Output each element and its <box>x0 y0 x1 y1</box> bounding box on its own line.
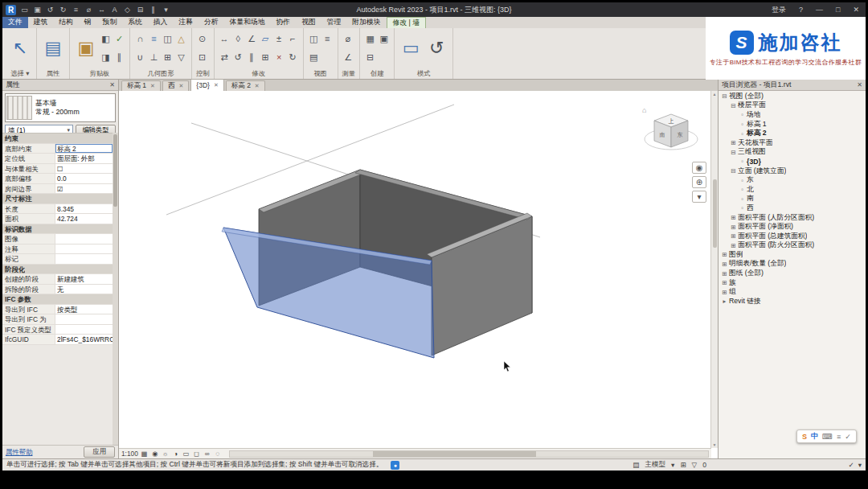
ribbon-group-label[interactable]: 几何图形 <box>134 68 187 79</box>
browser-item[interactable]: ▫ 北 <box>719 185 866 195</box>
browser-item[interactable]: ▫ 西 <box>719 203 866 213</box>
property-value[interactable] <box>55 244 113 254</box>
tree-expander-icon[interactable]: ▫ <box>739 158 746 165</box>
match-properties-icon[interactable]: ∥ <box>113 48 125 67</box>
ribbon-group-label[interactable]: 控制 <box>196 68 210 79</box>
measure-between-points-icon[interactable]: ⌀ <box>342 30 354 48</box>
design-option-dropdown[interactable]: ▾ <box>671 461 674 469</box>
ribbon-tab[interactable]: 分析 <box>199 17 224 28</box>
sun-path-icon[interactable]: ☼ <box>162 450 170 458</box>
ribbon-group-label[interactable]: 属性 <box>41 68 65 79</box>
property-value[interactable]: 8.345 <box>55 204 113 214</box>
browser-item[interactable]: ⊞ 面积平面 (人防分区面积) <box>719 213 866 223</box>
browser-item[interactable]: ⊟ 立面 (建筑立面) <box>719 166 866 176</box>
ribbon-tab[interactable]: 结构 <box>53 17 79 28</box>
browser-item[interactable]: ▫ {3D} <box>719 157 866 166</box>
visual-style-icon[interactable]: ◉ <box>151 450 159 458</box>
create-group-icon[interactable]: ▦ <box>364 30 376 48</box>
ime-logo-icon[interactable]: S <box>802 433 807 441</box>
browser-item[interactable]: ▫ 场地 <box>719 110 866 120</box>
property-value[interactable] <box>55 254 113 264</box>
cut-geometry-icon[interactable]: ∪ <box>134 48 146 67</box>
selection-filter-icon[interactable]: ▽ <box>692 461 698 469</box>
horizontal-scrollbar[interactable] <box>229 450 709 458</box>
sign-in-button[interactable]: 登录 <box>765 2 792 17</box>
tree-expander-icon[interactable]: ▫ <box>739 186 746 193</box>
scrollbar-thumb[interactable] <box>373 451 535 457</box>
view-tab[interactable]: 西 ✕ <box>162 80 189 91</box>
hide-in-view-icon[interactable]: ◫ <box>308 30 320 48</box>
reveal-hidden-icon[interactable]: ◌ <box>214 450 222 458</box>
browser-item[interactable]: ▫ 标高 2 <box>719 129 866 138</box>
viewcube[interactable]: 上 南 东 ⌂ <box>642 106 698 150</box>
close-button[interactable]: ✕ <box>846 2 866 17</box>
properties-scrollbar[interactable] <box>113 133 118 445</box>
properties-help-link[interactable]: 属性帮助 <box>6 448 33 457</box>
maximize-button[interactable]: □ <box>829 2 846 17</box>
paint-icon[interactable]: △ <box>175 30 187 48</box>
cope-icon[interactable]: ∩ <box>134 30 146 48</box>
qat-customize-icon[interactable]: ▾ <box>161 6 171 14</box>
browser-item[interactable]: ⊟ 楼层平面 <box>719 101 866 111</box>
vertical-scrollbar[interactable]: ▲ ▼ <box>710 91 718 448</box>
scale-control[interactable]: 1:100 <box>121 450 138 458</box>
tree-expander-icon[interactable]: ⊞ <box>730 139 737 146</box>
ime-menu-icon[interactable]: ≡ <box>837 433 841 441</box>
steering-wheel-icon[interactable]: ◉ <box>692 162 706 174</box>
status-more-icon[interactable]: ▾ <box>858 461 862 469</box>
tree-expander-icon[interactable]: ⊞ <box>721 270 728 277</box>
viewcube-right-label[interactable]: 东 <box>678 132 683 138</box>
open-icon[interactable]: ▭ <box>19 6 30 14</box>
print-icon[interactable]: ≡ <box>71 6 81 14</box>
shadows-icon[interactable]: ◑ <box>172 450 180 458</box>
close-icon[interactable]: ✕ <box>150 83 155 89</box>
mirror-icon[interactable]: ◊ <box>232 30 244 48</box>
delete-icon[interactable]: × <box>273 48 285 67</box>
ribbon-group-label[interactable]: 测量 <box>342 68 356 79</box>
tree-expander-icon[interactable]: ▫ <box>739 204 746 212</box>
ribbon-tab[interactable]: 附加模块 <box>346 17 386 28</box>
tree-expander-icon[interactable]: ⊟ <box>721 92 728 100</box>
property-value[interactable] <box>55 325 113 335</box>
minimize-button[interactable]: — <box>809 2 829 17</box>
active-workset-icon[interactable]: ▤ <box>633 461 639 469</box>
tree-expander-icon[interactable]: ⊞ <box>721 289 728 296</box>
browser-item[interactable]: ▫ 标高 1 <box>719 120 866 129</box>
ribbon-tab[interactable]: 协作 <box>271 17 297 28</box>
scrollbar-thumb[interactable] <box>713 179 717 248</box>
help-icon[interactable]: ? <box>792 2 809 17</box>
close-icon[interactable]: ✕ <box>214 82 219 88</box>
array-icon[interactable]: ⊞ <box>260 48 272 67</box>
match-type-icon[interactable]: ✓ <box>113 30 125 48</box>
browser-item[interactable]: ▫ 东 <box>719 175 866 185</box>
ime-language-icon[interactable]: 中 <box>811 431 818 442</box>
selection-count[interactable]: 0 <box>702 461 706 469</box>
create-assembly-icon[interactable]: ▣ <box>378 30 390 48</box>
communication-center-icon[interactable]: ● <box>391 461 399 470</box>
tree-expander-icon[interactable]: ▫ <box>739 121 746 128</box>
tree-expander-icon[interactable]: ⊞ <box>721 279 728 286</box>
tree-expander-icon[interactable]: ▫ <box>739 195 746 203</box>
browser-item[interactable]: ⊞ 图例 <box>719 250 866 260</box>
home-icon[interactable]: ⌂ <box>642 106 646 114</box>
temporary-hide-isolate-icon[interactable]: ∞ <box>203 450 211 458</box>
move-icon[interactable]: ▱ <box>260 30 272 48</box>
reset-profile-icon[interactable]: ↺ <box>424 30 448 67</box>
property-value[interactable]: 新建建筑 <box>55 274 113 284</box>
tree-expander-icon[interactable]: ⊟ <box>730 149 737 156</box>
override-graphics-icon[interactable]: ▤ <box>308 48 320 67</box>
property-value[interactable]: 无 <box>55 285 113 294</box>
active-design-option[interactable]: 主模型 <box>645 460 665 470</box>
ribbon-tab[interactable]: 建筑 <box>28 17 54 28</box>
property-value[interactable] <box>55 314 113 324</box>
ribbon-tab[interactable]: 系统 <box>122 17 148 28</box>
property-value[interactable]: 0.0 <box>55 174 113 183</box>
rotate-icon[interactable]: ↺ <box>232 48 244 67</box>
ribbon-group-label[interactable]: 修改 <box>219 68 299 79</box>
property-value[interactable]: 面层面: 外部 <box>55 154 113 163</box>
ribbon-tab[interactable]: 文件 <box>2 17 28 28</box>
zoom-dropdown-icon[interactable]: ▾ <box>692 191 706 203</box>
browser-item[interactable]: ⊞ 组 <box>719 287 866 297</box>
split-face-icon[interactable]: ⊞ <box>162 48 174 67</box>
property-value[interactable]: 标高 2 <box>55 144 113 154</box>
